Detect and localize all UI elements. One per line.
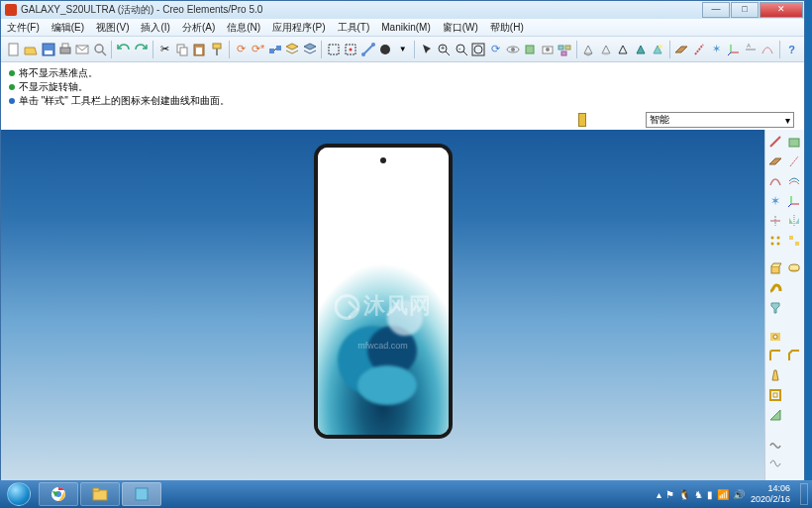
menu-window[interactable]: 窗口(W) bbox=[443, 21, 478, 35]
windows-taskbar[interactable]: ▴ ⚑ 🐧 ♞ ▮ 📶 🔊 14:06 2020/2/16 ▮ bbox=[0, 480, 812, 508]
undo-icon[interactable] bbox=[116, 41, 131, 58]
menu-file[interactable]: 文件(F) bbox=[7, 21, 40, 35]
maximize-button[interactable]: □ bbox=[731, 2, 759, 18]
copy-icon[interactable] bbox=[174, 41, 189, 58]
datum-display-icon[interactable]: A bbox=[743, 41, 758, 58]
start-button[interactable] bbox=[0, 480, 38, 508]
zoom-out-icon[interactable]: - bbox=[454, 41, 468, 58]
datum-plane-icon[interactable] bbox=[674, 41, 689, 58]
menu-analysis[interactable]: 分析(A) bbox=[182, 21, 215, 35]
creo-task-icon[interactable] bbox=[122, 482, 161, 506]
plane-icon[interactable] bbox=[766, 152, 784, 170]
open-icon[interactable] bbox=[23, 41, 38, 58]
volume-icon[interactable]: 🔊 bbox=[733, 489, 745, 500]
cut-icon[interactable]: ✂ bbox=[157, 41, 172, 58]
dropdown-icon[interactable]: ▼ bbox=[395, 41, 410, 58]
measure-icon[interactable] bbox=[360, 41, 375, 58]
clock[interactable]: 14:06 2020/2/16 bbox=[751, 483, 790, 505]
menu-tools[interactable]: 工具(T) bbox=[338, 21, 370, 35]
menu-app[interactable]: 应用程序(P) bbox=[272, 21, 325, 35]
menu-edit[interactable]: 编辑(E) bbox=[51, 21, 84, 35]
select-icon[interactable] bbox=[326, 41, 341, 58]
penguin-icon[interactable]: 🐧 bbox=[678, 489, 690, 500]
graphics-viewport[interactable]: 沐风网 mfwcad.com bbox=[1, 130, 764, 481]
menu-info[interactable]: 信息(N) bbox=[227, 21, 260, 35]
zoom-fit-icon[interactable] bbox=[470, 41, 485, 58]
refresh-view-icon[interactable]: ⟳ bbox=[488, 41, 503, 58]
view-manager-icon[interactable] bbox=[557, 41, 571, 58]
style-icon[interactable] bbox=[766, 434, 784, 452]
sketch-region-icon[interactable] bbox=[786, 133, 804, 151]
trim-icon[interactable] bbox=[766, 212, 784, 230]
search-icon[interactable] bbox=[92, 41, 107, 58]
point-icon[interactable]: ✶ bbox=[766, 192, 784, 210]
select-point-icon[interactable] bbox=[344, 41, 358, 58]
regen-all-icon[interactable]: ⟳* bbox=[251, 41, 265, 58]
security-icon[interactable]: ♞ bbox=[694, 489, 703, 500]
close-button[interactable]: ✕ bbox=[760, 2, 803, 18]
cursor-icon[interactable] bbox=[419, 41, 434, 58]
sphere-icon[interactable] bbox=[378, 41, 393, 58]
mirror-icon[interactable] bbox=[786, 212, 804, 230]
extrude-icon[interactable] bbox=[766, 259, 784, 277]
rib-icon[interactable] bbox=[766, 406, 784, 424]
orient-icon[interactable] bbox=[523, 41, 538, 58]
chamfer-icon[interactable] bbox=[786, 347, 804, 364]
menu-view[interactable]: 视图(V) bbox=[96, 21, 129, 35]
selection-filter-combo[interactable]: 智能 ▾ bbox=[646, 112, 794, 128]
axis-icon[interactable] bbox=[786, 152, 804, 170]
spin-icon[interactable] bbox=[505, 41, 520, 58]
zoom-in-icon[interactable]: + bbox=[437, 41, 452, 58]
show-desktop-button[interactable]: ▮ bbox=[800, 483, 808, 505]
enhanced-icon[interactable] bbox=[650, 41, 664, 58]
layers-2-icon[interactable] bbox=[302, 41, 317, 58]
pattern-icon[interactable] bbox=[766, 232, 784, 250]
curve-thru-icon[interactable] bbox=[786, 172, 804, 190]
save-icon[interactable] bbox=[41, 41, 55, 58]
titlebar[interactable]: GALAXY_S20ULTRA (活动的) - Creo Elements/Pr… bbox=[1, 1, 804, 19]
datum-axis-icon[interactable] bbox=[691, 41, 706, 58]
shaded-icon[interactable] bbox=[633, 41, 648, 58]
sound-icon[interactable]: 📶 bbox=[717, 489, 729, 500]
drag-icon[interactable] bbox=[267, 41, 282, 58]
datum-point-icon[interactable]: ✶ bbox=[708, 41, 723, 58]
redo-icon[interactable] bbox=[134, 41, 149, 58]
group-icon[interactable] bbox=[786, 232, 804, 250]
hole-icon[interactable] bbox=[766, 327, 784, 345]
menu-manikin[interactable]: Manikin(M) bbox=[381, 22, 430, 33]
no-hidden-icon[interactable] bbox=[616, 41, 631, 58]
regen-icon[interactable]: ⟳ bbox=[233, 41, 248, 58]
round-icon[interactable] bbox=[766, 347, 784, 364]
line-icon[interactable] bbox=[766, 133, 784, 151]
datum-curve-icon[interactable] bbox=[761, 41, 775, 58]
menu-insert[interactable]: 插入(I) bbox=[141, 21, 169, 35]
csys-icon[interactable] bbox=[726, 41, 741, 58]
blend-icon[interactable] bbox=[766, 299, 784, 317]
hidden-line-icon[interactable] bbox=[598, 41, 613, 58]
paint-format-icon[interactable] bbox=[209, 41, 224, 58]
network-icon[interactable]: ▮ bbox=[707, 489, 713, 500]
new-icon[interactable] bbox=[6, 41, 21, 58]
menu-help[interactable]: 帮助(H) bbox=[490, 21, 524, 35]
csys-tool-icon[interactable] bbox=[786, 192, 804, 210]
minimize-button[interactable]: — bbox=[702, 2, 730, 18]
tray-chevron-icon[interactable]: ▴ bbox=[657, 489, 661, 500]
mail-icon[interactable] bbox=[75, 41, 90, 58]
saved-view-icon[interactable] bbox=[540, 41, 555, 58]
chrome-task-icon[interactable] bbox=[39, 482, 78, 506]
help-icon[interactable]: ? bbox=[784, 41, 799, 58]
curve-icon[interactable] bbox=[766, 172, 784, 190]
layers-icon[interactable] bbox=[285, 41, 300, 58]
draft-icon[interactable] bbox=[766, 366, 784, 384]
sweep-icon[interactable] bbox=[766, 279, 784, 297]
freeform-icon[interactable] bbox=[766, 454, 784, 471]
revolve-icon[interactable] bbox=[786, 259, 804, 277]
wireframe-icon[interactable] bbox=[581, 41, 596, 58]
bookmark-icon[interactable] bbox=[578, 113, 586, 127]
shell-icon[interactable] bbox=[766, 386, 784, 404]
paste-icon[interactable] bbox=[192, 41, 207, 58]
system-tray[interactable]: ▴ ⚑ 🐧 ♞ ▮ 📶 🔊 14:06 2020/2/16 ▮ bbox=[657, 483, 812, 505]
explorer-task-icon[interactable] bbox=[80, 482, 120, 506]
flag-icon[interactable]: ⚑ bbox=[665, 489, 674, 500]
print-icon[interactable] bbox=[57, 41, 72, 58]
